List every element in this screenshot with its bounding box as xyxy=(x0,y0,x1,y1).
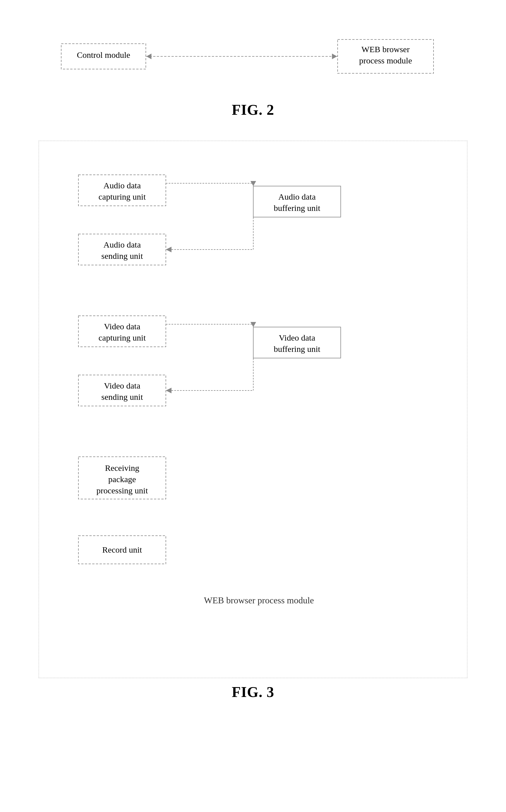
svg-text:capturing unit: capturing unit xyxy=(98,333,146,342)
fig2-diagram: Control module WEB browser process modul… xyxy=(27,17,479,96)
fig2-section: Control module WEB browser process modul… xyxy=(27,17,479,124)
svg-text:Audio data: Audio data xyxy=(103,240,141,249)
svg-text:buffering unit: buffering unit xyxy=(274,203,320,213)
svg-text:capturing unit: capturing unit xyxy=(98,192,146,201)
svg-text:Video data: Video data xyxy=(279,333,315,342)
svg-text:sending unit: sending unit xyxy=(101,392,143,402)
svg-text:Control module: Control module xyxy=(77,50,130,60)
svg-marker-22 xyxy=(166,247,171,252)
svg-text:Audio data: Audio data xyxy=(278,192,316,201)
svg-text:Audio data: Audio data xyxy=(103,181,141,190)
svg-text:Video data: Video data xyxy=(104,381,141,390)
page-container: Control module WEB browser process modul… xyxy=(27,17,479,706)
svg-text:Receiving: Receiving xyxy=(105,463,139,473)
svg-text:Record unit: Record unit xyxy=(102,545,142,554)
svg-text:package: package xyxy=(108,475,136,484)
fig2-svg: Control module WEB browser process modul… xyxy=(50,28,445,85)
svg-marker-7 xyxy=(332,54,337,59)
svg-text:Video data: Video data xyxy=(104,322,141,331)
svg-text:buffering unit: buffering unit xyxy=(274,344,320,353)
svg-marker-6 xyxy=(146,54,152,59)
svg-text:sending unit: sending unit xyxy=(101,251,143,261)
fig2-label: FIG. 2 xyxy=(232,102,274,118)
svg-marker-37 xyxy=(166,388,171,393)
fig3-svg: Audio data capturing unit Audio data buf… xyxy=(62,158,428,660)
svg-text:process module: process module xyxy=(359,56,412,65)
svg-text:WEB browser: WEB browser xyxy=(361,44,410,54)
fig3-label: FIG. 3 xyxy=(232,684,274,700)
svg-text:processing unit: processing unit xyxy=(96,486,148,495)
svg-text:WEB browser process module: WEB browser process module xyxy=(204,595,314,605)
fig3-outer-box: Audio data capturing unit Audio data buf… xyxy=(38,141,468,678)
fig3-section: Audio data capturing unit Audio data buf… xyxy=(27,141,479,706)
